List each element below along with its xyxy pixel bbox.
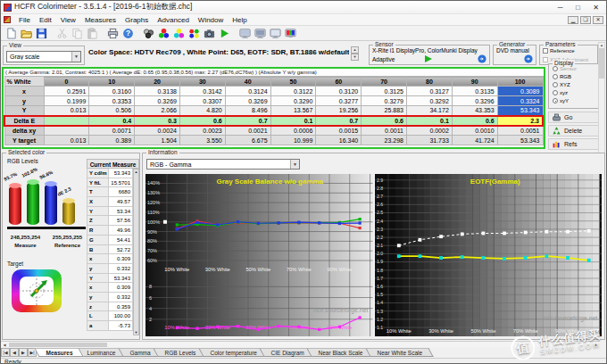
table-cell[interactable]: 53.343	[497, 136, 543, 145]
table-cell[interactable]: 0.3138	[135, 87, 180, 96]
table-cell[interactable]: 6.675	[225, 136, 270, 145]
delete-button[interactable]: Delete	[548, 125, 600, 136]
measure-row[interactable]: Y53.34	[87, 207, 133, 217]
tab-near-white-scale[interactable]: Near White Scale	[365, 348, 433, 357]
minimize-icon[interactable]: ─	[553, 3, 568, 12]
radio-xyz[interactable]: XYZ	[553, 81, 599, 88]
measure-row[interactable]: L100.00	[87, 311, 133, 321]
measure-free-icon[interactable]	[187, 27, 202, 40]
measure-primaries-icon[interactable]	[156, 27, 171, 40]
table-cell[interactable]: 2.066	[135, 106, 180, 116]
table-cell[interactable]: 4.820	[179, 106, 225, 116]
view-select[interactable]: Gray scale ▼	[6, 51, 81, 62]
go-button[interactable]: Go	[548, 112, 600, 123]
table-cell[interactable]: 0.0010	[452, 126, 497, 136]
table-cell[interactable]: 0.013	[44, 136, 89, 145]
table-cell[interactable]: 0.3290	[270, 96, 316, 106]
radio-rgb[interactable]: RGB	[553, 73, 599, 80]
table-cell[interactable]: 23.298	[362, 136, 407, 145]
open-file-icon[interactable]	[19, 27, 34, 40]
table-cell[interactable]: 0.3120	[316, 87, 362, 96]
table-cell[interactable]: 13.567	[270, 106, 316, 116]
snapshot-icon[interactable]	[202, 27, 217, 40]
table-cell[interactable]: 0.4	[89, 116, 135, 126]
menu-file[interactable]: File	[14, 16, 35, 24]
table-cell[interactable]: 0.7	[316, 116, 362, 126]
table-cell[interactable]: 0.3353	[89, 96, 135, 106]
measure-row[interactable]: T6680	[87, 187, 133, 197]
measure-secondaries-icon[interactable]	[171, 27, 187, 40]
measure-row[interactable]: Y53.343	[87, 274, 133, 284]
tab-color-temperature[interactable]: Color temperature	[198, 348, 268, 357]
table-cell[interactable]: 0.6	[452, 116, 497, 126]
table-cell[interactable]: 0.0011	[362, 126, 407, 136]
measure-row[interactable]: Z57.56	[87, 216, 133, 226]
table-cell[interactable]: 0.6	[362, 116, 407, 126]
colorspace-spinner[interactable]: ▲ ▼	[351, 46, 359, 61]
table-cell[interactable]: 0.3277	[316, 96, 362, 106]
radio-xyy[interactable]: xyY	[553, 97, 599, 104]
tab-scroll-first-icon[interactable]: |◀	[1, 348, 10, 357]
table-cell[interactable]: 0.0021	[225, 126, 270, 136]
menu-edit[interactable]: Edit	[35, 16, 56, 24]
table-cell[interactable]: 0.3307	[179, 96, 225, 106]
tab-near-black-scale[interactable]: Near Black Scale	[307, 348, 374, 357]
measure-row[interactable]: Y cd/m53.343	[87, 169, 133, 178]
measure-row[interactable]: z0.359	[87, 302, 133, 312]
menu-help[interactable]: Help	[228, 16, 251, 24]
table-cell[interactable]: 0.013	[44, 106, 89, 116]
table-cell[interactable]: 2.3	[497, 116, 543, 126]
table-cell[interactable]: 0.3269	[135, 96, 180, 106]
measure-row[interactable]: Y ftL15.5701	[87, 178, 133, 188]
menu-window[interactable]: Window	[194, 16, 228, 24]
table-cell[interactable]: 41.724	[452, 136, 497, 145]
print-icon[interactable]	[105, 27, 121, 40]
sensor-settings-icon[interactable]	[478, 54, 486, 63]
run-measures-icon[interactable]	[217, 27, 232, 40]
table-cell[interactable]: 0.3279	[362, 96, 407, 106]
table-cell[interactable]	[44, 116, 89, 126]
menu-measures[interactable]: Measures	[80, 16, 121, 24]
child-close-icon[interactable]: ✕	[593, 16, 603, 24]
close-icon[interactable]: ✕	[588, 3, 603, 12]
child-restore-icon[interactable]: ❏	[580, 16, 591, 24]
display-grayscale-icon[interactable]	[237, 27, 253, 40]
measure-grayscale-icon[interactable]	[141, 27, 156, 40]
maximize-icon[interactable]: □	[570, 3, 586, 12]
table-cell[interactable]: 0.1	[407, 116, 453, 126]
table-cell[interactable]: 0.3324	[497, 96, 543, 106]
tab-measures[interactable]: Measures	[34, 348, 83, 357]
display-saturation-icon[interactable]	[283, 27, 298, 40]
radio-xyz[interactable]: xyz	[553, 89, 599, 96]
measure-row[interactable]: x0.309	[87, 283, 133, 293]
table-cell[interactable]: 43.353	[452, 106, 497, 116]
scroll-down-icon[interactable]: ▼	[135, 330, 138, 335]
measure-row[interactable]: B52.72	[87, 245, 133, 255]
refs-button[interactable]: Refs	[548, 138, 600, 150]
table-cell[interactable]: 0.7	[225, 116, 270, 126]
table-cell[interactable]: 0.2591	[44, 87, 89, 96]
table-cell[interactable]: 0.3122	[270, 87, 316, 96]
table-cell[interactable]: 34.172	[407, 106, 453, 116]
table-cell[interactable]: 0.0002	[407, 126, 453, 136]
table-cell[interactable]: 0.3124	[225, 87, 270, 96]
child-window-icon[interactable]	[4, 16, 11, 23]
measure-row[interactable]: x0.309	[87, 254, 133, 264]
table-cell[interactable]: 53.343	[497, 106, 543, 116]
table-cell[interactable]: 0.506	[89, 106, 135, 116]
table-cell[interactable]: 0.0071	[89, 126, 135, 136]
display-nearblack-icon[interactable]	[253, 27, 268, 40]
measure-scrollbar[interactable]: ▲ ▼	[133, 169, 139, 335]
measure-row[interactable]: G54.41	[87, 236, 133, 245]
scroll-up-icon[interactable]: ▲	[135, 170, 138, 174]
table-cell[interactable]: 0.3	[135, 116, 180, 126]
help-icon[interactable]: ?	[121, 27, 136, 40]
table-cell[interactable]: 16.340	[316, 136, 362, 145]
measure-row[interactable]: y0.332	[87, 293, 133, 302]
scrollbar-thumb[interactable]	[9, 343, 107, 347]
table-cell[interactable]: 0.3135	[452, 87, 497, 96]
spinner-up-icon[interactable]: ▲	[351, 46, 359, 54]
table-cell[interactable]: 0.0024	[135, 126, 180, 136]
table-cell[interactable]: 0.3142	[179, 87, 225, 96]
scrollbar-thumb[interactable]	[599, 48, 604, 79]
